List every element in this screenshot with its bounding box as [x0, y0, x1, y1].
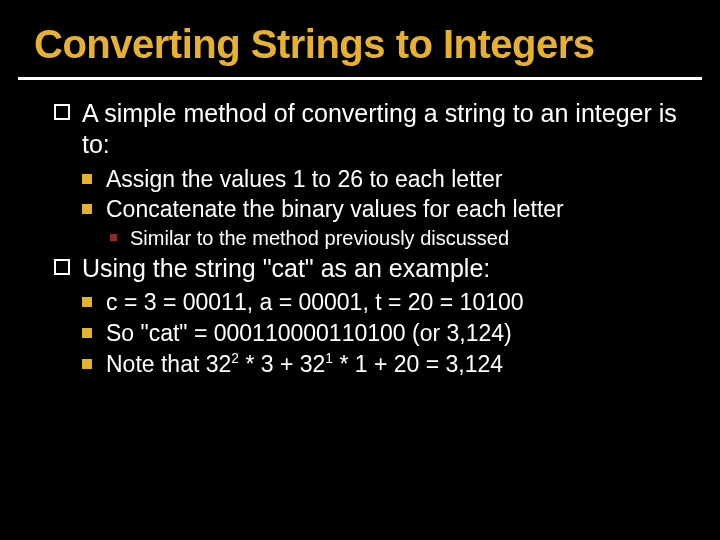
bullet-lvl3: Similar to the method previously discuss…	[110, 226, 690, 251]
bullet-text: Using the string "cat" as an example:	[82, 254, 490, 282]
bullet-lvl1: Using the string "cat" as an example:	[54, 253, 690, 284]
bullet-lvl2: c = 3 = 00011, a = 00001, t = 20 = 10100	[82, 288, 690, 317]
bullet-text: Concatenate the binary values for each l…	[106, 196, 564, 222]
bullet-text: * 1 + 20 = 3,124	[333, 351, 503, 377]
superscript: 2	[231, 351, 239, 366]
slide-body: A simple method of converting a string t…	[0, 80, 720, 379]
superscript: 1	[325, 351, 333, 366]
bullet-lvl2: Assign the values 1 to 26 to each letter	[82, 165, 690, 194]
slide: Converting Strings to Integers A simple …	[0, 0, 720, 540]
bullet-text: Note that 32	[106, 351, 231, 377]
bullet-text: Assign the values 1 to 26 to each letter	[106, 166, 502, 192]
bullet-text: A simple method of converting a string t…	[82, 99, 677, 158]
bullet-text: So "cat" = 000110000110100 (or 3,124)	[106, 320, 512, 346]
bullet-lvl1: A simple method of converting a string t…	[54, 98, 690, 161]
bullet-text: * 3 + 32	[239, 351, 325, 377]
slide-title: Converting Strings to Integers	[0, 0, 720, 73]
bullet-lvl2: Note that 322 * 3 + 321 * 1 + 20 = 3,124	[82, 350, 690, 379]
bullet-text: c = 3 = 00011, a = 00001, t = 20 = 10100	[106, 289, 524, 315]
bullet-text: Similar to the method previously discuss…	[130, 227, 509, 249]
bullet-lvl2: So "cat" = 000110000110100 (or 3,124)	[82, 319, 690, 348]
bullet-lvl2: Concatenate the binary values for each l…	[82, 195, 690, 224]
